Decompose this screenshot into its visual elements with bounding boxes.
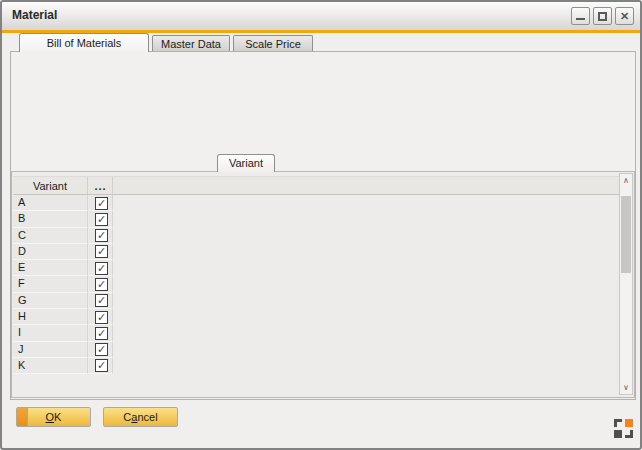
minimize-button[interactable] <box>571 7 590 25</box>
default-button-stripe <box>17 408 28 426</box>
checkbox-cell: ✓ <box>89 244 113 260</box>
checkbox-cell: ✓ <box>89 228 113 244</box>
maximize-button[interactable] <box>593 7 612 25</box>
variant-cell: G <box>13 293 88 309</box>
variant-checkbox[interactable]: ✓ <box>95 197 108 210</box>
scroll-up-icon[interactable]: ∧ <box>620 174 632 187</box>
variant-table-rows: A✓B✓C✓D✓E✓F✓G✓H✓I✓J✓K✓ <box>13 195 619 374</box>
checkbox-cell: ✓ <box>89 211 113 227</box>
variant-cell: B <box>13 211 88 227</box>
window-controls: ✕ <box>571 7 634 25</box>
material-dialog: Material ✕ Bill of Materials Master Data… <box>0 0 642 450</box>
variant-checkbox[interactable]: ✓ <box>95 229 108 242</box>
variant-checkbox[interactable]: ✓ <box>95 294 108 307</box>
titlebar[interactable]: Material ✕ <box>2 2 640 30</box>
table-row: G✓ <box>13 293 619 309</box>
subtab-variant[interactable]: Variant <box>217 154 275 172</box>
variant-cell: F <box>13 276 88 292</box>
variant-cell: J <box>13 342 88 358</box>
table-row: K✓ <box>13 358 619 374</box>
ok-button[interactable]: OK <box>16 407 91 427</box>
variant-checkbox[interactable]: ✓ <box>95 278 108 291</box>
cancel-button[interactable]: Cancel <box>103 407 178 427</box>
form-resize-icon[interactable] <box>614 419 633 438</box>
table-row: I✓ <box>13 325 619 341</box>
checkbox-cell: ✓ <box>89 260 113 276</box>
table-row: A✓ <box>13 195 619 211</box>
variant-checkbox[interactable]: ✓ <box>95 245 108 258</box>
checkbox-cell: ✓ <box>89 325 113 341</box>
variant-cell: K <box>13 358 88 374</box>
table-row: D✓ <box>13 244 619 260</box>
window-title: Material <box>12 2 57 29</box>
more-column-header[interactable]: ... <box>89 177 113 194</box>
variant-cell: E <box>13 260 88 276</box>
checkbox-cell: ✓ <box>89 276 113 292</box>
variant-checkbox[interactable]: ✓ <box>95 262 108 275</box>
checkbox-cell: ✓ <box>89 293 113 309</box>
variant-checkbox[interactable]: ✓ <box>95 311 108 324</box>
vertical-scrollbar[interactable]: ∧ ∨ <box>619 173 633 395</box>
ok-button-label: OK <box>46 411 62 423</box>
minimize-icon <box>576 18 585 20</box>
scroll-down-icon[interactable]: ∨ <box>620 381 632 394</box>
variant-checkbox[interactable]: ✓ <box>95 359 108 372</box>
variant-cell: I <box>13 325 88 341</box>
tab-scale-price[interactable]: Scale Price <box>233 35 313 52</box>
cancel-button-label: Cancel <box>123 411 157 423</box>
tab-bill-of-materials[interactable]: Bill of Materials <box>19 33 149 52</box>
checkbox-cell: ✓ <box>89 195 113 211</box>
close-icon: ✕ <box>616 8 633 24</box>
checkbox-cell: ✓ <box>89 309 113 325</box>
checkbox-cell: ✓ <box>89 358 113 374</box>
checkbox-cell: ✓ <box>89 342 113 358</box>
variant-checkbox[interactable]: ✓ <box>95 213 108 226</box>
table-row: C✓ <box>13 228 619 244</box>
variant-checkbox[interactable]: ✓ <box>95 343 108 356</box>
variant-table-panel: Variant ... A✓B✓C✓D✓E✓F✓G✓H✓I✓J✓K✓ ∧ ∨ <box>11 171 635 398</box>
table-header: Variant ... <box>13 176 619 195</box>
variant-cell: C <box>13 228 88 244</box>
table-row: H✓ <box>13 309 619 325</box>
variant-cell: H <box>13 309 88 325</box>
variant-column-header: Variant <box>13 177 88 194</box>
table-row: F✓ <box>13 276 619 292</box>
tab-master-data[interactable]: Master Data <box>152 35 230 52</box>
variant-cell: D <box>13 244 88 260</box>
scrollbar-thumb[interactable] <box>621 196 631 273</box>
variant-checkbox[interactable]: ✓ <box>95 327 108 340</box>
variant-cell: A <box>13 195 88 211</box>
maximize-icon <box>598 12 607 21</box>
table-row: E✓ <box>13 260 619 276</box>
table-row: B✓ <box>13 211 619 227</box>
close-button[interactable]: ✕ <box>615 7 634 25</box>
table-row: J✓ <box>13 342 619 358</box>
